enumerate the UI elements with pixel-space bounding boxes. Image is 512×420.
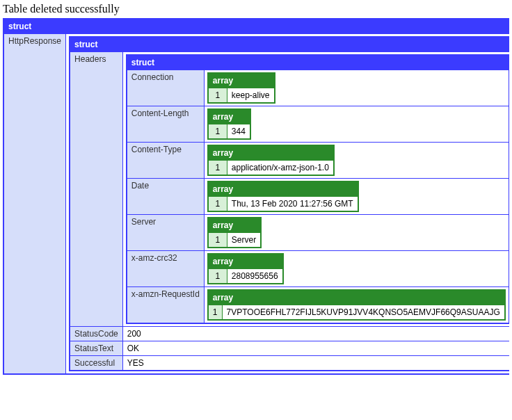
struct-header: struct [70, 37, 509, 52]
array-request-id: array 1 7VPTOOE6FHL772FIJL5KUVP91JVV4KQN… [207, 289, 506, 321]
array-value: Server [227, 233, 261, 248]
array-value: 7VPTOOE6FHL772FIJL5KUVP91JVV4KQNSO5AEMVJ… [222, 305, 505, 321]
value-status-text: OK [122, 341, 509, 356]
key-date: Date [127, 179, 205, 215]
array-value: Thu, 13 Feb 2020 11:27:56 GMT [227, 197, 358, 212]
key-content-type: Content-Type [127, 143, 205, 179]
array-value: keep-alive [227, 88, 274, 104]
key-content-length: Content-Length [127, 106, 205, 143]
array-header: array [208, 218, 261, 233]
successful-text: YES [126, 358, 145, 368]
array-index: 1 [208, 161, 227, 176]
status-text-text: OK [126, 344, 141, 353]
array-header: array [208, 109, 250, 124]
value-content-length: array 1 344 [204, 106, 509, 143]
array-connection: array 1 keep-alive [207, 72, 275, 104]
array-index: 1 [208, 233, 227, 248]
array-index: 1 [208, 88, 227, 104]
array-date: array 1 Thu, 13 Feb 2020 11:27:56 GMT [207, 181, 359, 212]
array-header: array [208, 290, 505, 305]
value-request-id: array 1 7VPTOOE6FHL772FIJL5KUVP91JVV4KQN… [204, 287, 509, 324]
array-index: 1 [208, 124, 227, 140]
value-connection: array 1 keep-alive [204, 70, 509, 106]
key-http-response: HttpResponse [3, 34, 66, 375]
value-http-response: struct Headers struct [66, 34, 509, 375]
headers-struct: struct Connection array [126, 54, 509, 324]
page-title: Table deleted successfully [3, 3, 509, 15]
value-status-code: 200 [122, 327, 509, 341]
key-successful: Successful [70, 356, 122, 371]
key-request-id: x-amzn-RequestId [127, 287, 205, 324]
value-crc32: array 1 2808955656 [204, 251, 509, 287]
array-index: 1 [208, 269, 227, 284]
struct-header: struct [127, 55, 509, 70]
status-code-text: 200 [126, 329, 143, 339]
http-response-struct: struct Headers struct [69, 36, 509, 371]
array-content-length: array 1 344 [207, 108, 251, 140]
array-content-type: array 1 application/x-amz-json-1.0 [207, 145, 335, 176]
value-content-type: array 1 application/x-amz-json-1.0 [204, 143, 509, 179]
key-headers: Headers [70, 52, 122, 327]
value-date: array 1 Thu, 13 Feb 2020 11:27:56 GMT [204, 179, 509, 215]
array-header: array [208, 73, 275, 88]
array-value: application/x-amz-json-1.0 [227, 161, 334, 176]
key-connection: Connection [127, 70, 205, 106]
array-index: 1 [208, 305, 222, 321]
array-crc32: array 1 2808955656 [207, 253, 284, 284]
key-server: Server [127, 215, 205, 251]
array-header: array [208, 254, 283, 269]
array-header: array [208, 181, 358, 197]
value-headers: struct Connection array [122, 52, 509, 327]
array-index: 1 [208, 197, 227, 212]
root-struct: struct HttpResponse struct Headers [3, 18, 509, 375]
key-status-code: StatusCode [70, 327, 122, 341]
value-successful: YES [122, 356, 509, 371]
array-value: 344 [227, 124, 250, 140]
array-value: 2808955656 [227, 269, 282, 284]
array-header: array [208, 145, 334, 161]
key-status-text: StatusText [70, 341, 122, 356]
value-server: array 1 Server [204, 215, 509, 251]
struct-header: struct [3, 19, 509, 34]
array-server: array 1 Server [207, 217, 262, 248]
key-crc32: x-amz-crc32 [127, 251, 205, 287]
